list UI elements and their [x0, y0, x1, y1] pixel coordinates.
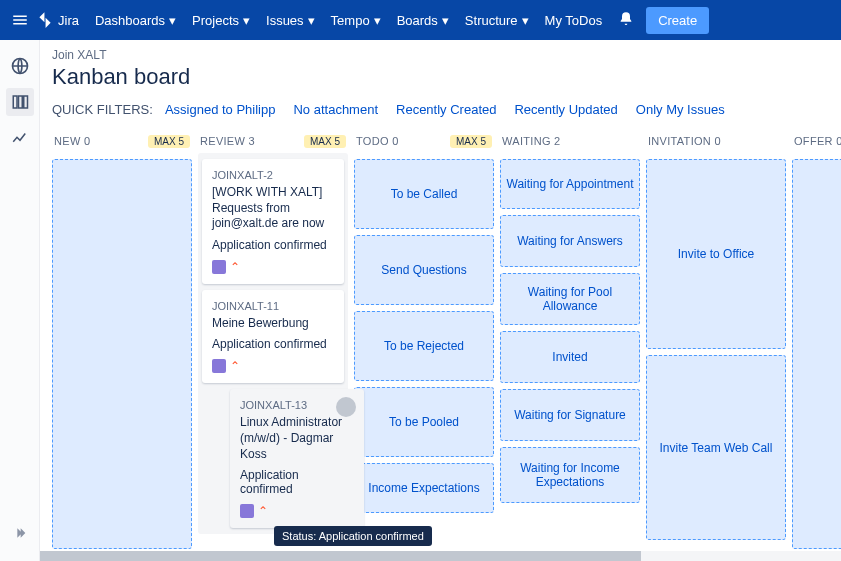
app-switcher-icon[interactable]: [8, 8, 32, 32]
svg-rect-1: [13, 96, 17, 108]
issue-summary: Meine Bewerbung: [212, 316, 334, 332]
issue-status: Application confirmed: [212, 238, 334, 252]
chevron-down-icon: ▾: [169, 13, 176, 28]
status-tooltip: Status: Application confirmed: [274, 526, 432, 546]
priority-icon: ⌃: [258, 504, 268, 518]
transition-zone[interactable]: Invited: [500, 331, 640, 383]
transition-zone[interactable]: Invite Team Web Call: [646, 355, 786, 540]
transition-zone[interactable]: Waiting for Appointment: [500, 159, 640, 209]
top-navigation: Jira Dashboards▾ Projects▾ Issues▾ Tempo…: [0, 0, 841, 40]
column-invitation: INVITATION 0 Invite to Office Invite Tea…: [646, 129, 786, 549]
board-title: Kanban board: [52, 64, 829, 90]
sidebar-board-icon[interactable]: [6, 88, 34, 116]
transition-zone[interactable]: To be Rejected: [354, 311, 494, 381]
column-todo: TODO 0 MAX 5 To be Called Send Questions…: [354, 129, 494, 549]
issue-key: JOINXALT-2: [212, 169, 334, 181]
column-max-badge: MAX 5: [148, 135, 190, 148]
issue-status: Application confirmed: [240, 468, 354, 496]
issue-card[interactable]: JOINXALT-13 Linux Administrator (m/w/d) …: [230, 389, 364, 528]
svg-rect-2: [18, 96, 22, 108]
sidebar-reports-icon[interactable]: [6, 124, 34, 152]
jira-logo[interactable]: Jira: [36, 11, 79, 29]
filter-item[interactable]: Recently Updated: [514, 102, 617, 117]
nav-tempo[interactable]: Tempo▾: [323, 0, 389, 40]
primary-nav: Dashboards▾ Projects▾ Issues▾ Tempo▾ Boa…: [87, 0, 709, 40]
quick-filters: QUICK FILTERS: Assigned to Philipp No at…: [40, 94, 841, 129]
chevron-down-icon: ▾: [442, 13, 449, 28]
issue-card[interactable]: JOINXALT-11 Meine Bewerbung Application …: [202, 290, 344, 384]
column-header: INVITATION 0: [648, 135, 721, 147]
issue-card[interactable]: JOINXALT-2 [WORK WITH XALT] Requests fro…: [202, 159, 344, 284]
left-sidebar: [0, 40, 40, 561]
column-max-badge: MAX 5: [450, 135, 492, 148]
assignee-avatar[interactable]: [336, 397, 356, 417]
nav-issues[interactable]: Issues▾: [258, 0, 323, 40]
column-max-badge: MAX 5: [304, 135, 346, 148]
horizontal-scrollbar[interactable]: [40, 551, 841, 561]
filter-item[interactable]: No attachment: [293, 102, 378, 117]
filters-label: QUICK FILTERS:: [52, 102, 153, 117]
issue-summary: Linux Administrator (m/w/d) - Dagmar Kos…: [240, 415, 354, 462]
issue-type-icon: [212, 359, 226, 373]
issue-status: Application confirmed: [212, 337, 334, 351]
transition-zone[interactable]: To be Pooled: [354, 387, 494, 457]
transition-zone[interactable]: Income Expectations: [354, 463, 494, 513]
transition-zone[interactable]: Waiting for Answers: [500, 215, 640, 267]
column-header: REVIEW 3: [200, 135, 255, 147]
nav-mytodos[interactable]: My ToDos: [537, 0, 611, 40]
nav-projects[interactable]: Projects▾: [184, 0, 258, 40]
column-new: NEW 0 MAX 5: [52, 129, 192, 549]
drop-zone[interactable]: [792, 159, 841, 549]
column-header: OFFER 0: [794, 135, 841, 147]
chevron-down-icon: ▾: [374, 13, 381, 28]
column-offer: OFFER 0: [792, 129, 841, 549]
logo-text: Jira: [58, 13, 79, 28]
filter-item[interactable]: Recently Created: [396, 102, 496, 117]
nav-dashboards[interactable]: Dashboards▾: [87, 0, 184, 40]
main-content: Join XALT Kanban board QUICK FILTERS: As…: [40, 40, 841, 561]
transition-zone[interactable]: Send Questions: [354, 235, 494, 305]
priority-icon: ⌃: [230, 260, 240, 274]
nav-boards[interactable]: Boards▾: [389, 0, 457, 40]
filter-item[interactable]: Assigned to Philipp: [165, 102, 276, 117]
kanban-board: NEW 0 MAX 5 REVIEW 3 MAX 5 JOINXALT-2 [W…: [40, 129, 841, 561]
column-review: REVIEW 3 MAX 5 JOINXALT-2 [WORK WITH XAL…: [198, 129, 348, 549]
column-header: NEW 0: [54, 135, 90, 147]
create-button[interactable]: Create: [646, 7, 709, 34]
column-header: WAITING 2: [502, 135, 561, 147]
transition-zone[interactable]: Invite to Office: [646, 159, 786, 349]
transition-zone[interactable]: Waiting for Income Expectations: [500, 447, 640, 503]
nav-structure[interactable]: Structure▾: [457, 0, 537, 40]
issue-summary: [WORK WITH XALT] Requests from join@xalt…: [212, 185, 334, 232]
chevron-down-icon: ▾: [243, 13, 250, 28]
transition-zone[interactable]: To be Called: [354, 159, 494, 229]
transition-zone[interactable]: Waiting for Signature: [500, 389, 640, 441]
notifications-icon[interactable]: [618, 11, 634, 30]
priority-icon: ⌃: [230, 359, 240, 373]
issue-type-icon: [212, 260, 226, 274]
breadcrumb[interactable]: Join XALT: [52, 48, 829, 62]
sidebar-expand-icon[interactable]: [6, 519, 34, 547]
issue-key: JOINXALT-11: [212, 300, 334, 312]
column-waiting: WAITING 2 Waiting for Appointment Waitin…: [500, 129, 640, 549]
transition-zone[interactable]: Waiting for Pool Allowance: [500, 273, 640, 325]
chevron-down-icon: ▾: [308, 13, 315, 28]
column-header: TODO 0: [356, 135, 399, 147]
svg-rect-3: [23, 96, 27, 108]
issue-type-icon: [240, 504, 254, 518]
drop-zone[interactable]: [52, 159, 192, 549]
sidebar-globe-icon[interactable]: [6, 52, 34, 80]
filter-item[interactable]: Only My Issues: [636, 102, 725, 117]
chevron-down-icon: ▾: [522, 13, 529, 28]
